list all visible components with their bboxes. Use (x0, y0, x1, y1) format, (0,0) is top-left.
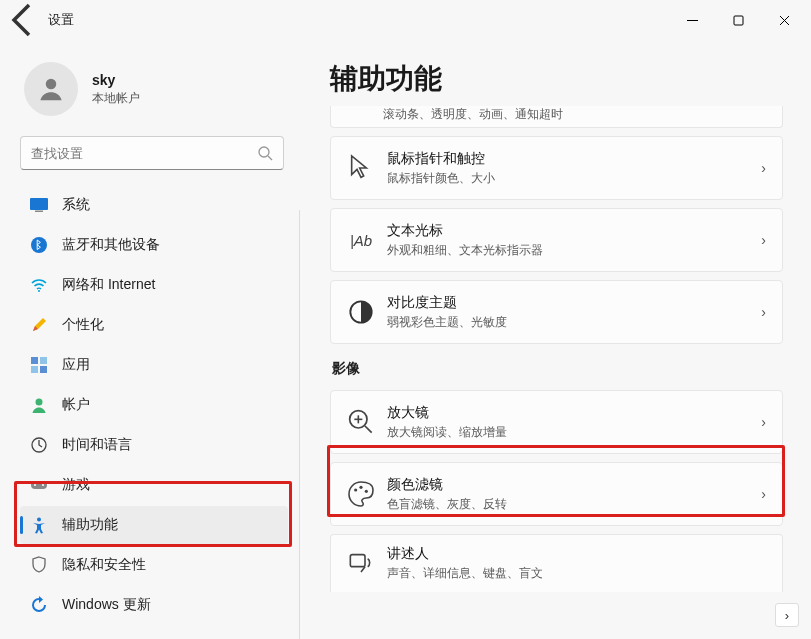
svg-rect-6 (35, 211, 43, 213)
back-button[interactable] (4, 0, 44, 40)
nav-label: 帐户 (62, 396, 90, 414)
card-color-filters[interactable]: 颜色滤镜 色盲滤镜、灰度、反转 › (330, 462, 783, 526)
brush-icon (30, 316, 48, 334)
titlebar: 设置 (0, 0, 811, 40)
user-icon (36, 74, 66, 104)
search-box[interactable] (20, 136, 284, 170)
svg-rect-10 (40, 357, 47, 364)
chevron-right-icon: › (761, 232, 766, 248)
svg-point-24 (354, 488, 357, 491)
text-cursor-icon: |Ab (345, 224, 377, 256)
card-magnifier[interactable]: 放大镜 放大镜阅读、缩放增量 › (330, 390, 783, 454)
bluetooth-icon (30, 236, 48, 254)
svg-point-2 (46, 79, 57, 90)
shield-icon (30, 556, 48, 574)
card-text-cursor[interactable]: |Ab 文本光标 外观和粗细、文本光标指示器 › (330, 208, 783, 272)
card-desc: 鼠标指针颜色、大小 (387, 170, 761, 187)
svg-rect-12 (40, 366, 47, 373)
mouse-pointer-icon (345, 152, 377, 184)
nav-label: 时间和语言 (62, 436, 132, 454)
nav-label: 游戏 (62, 476, 90, 494)
nav-item-personalization[interactable]: 个性化 (20, 306, 288, 344)
sidebar: sky 本地帐户 系统 蓝牙和其他设备 网络和 Internet (0, 40, 300, 639)
nav-item-windows-update[interactable]: Windows 更新 (20, 586, 288, 624)
chevron-right-icon: › (761, 486, 766, 502)
wifi-icon (30, 276, 48, 294)
system-icon (30, 196, 48, 214)
nav-label: 个性化 (62, 316, 104, 334)
nav-label: 网络和 Internet (62, 276, 155, 294)
chevron-right-icon: › (761, 160, 766, 176)
card-desc: 弱视彩色主题、光敏度 (387, 314, 761, 331)
minimize-button[interactable] (669, 4, 715, 36)
nav-label: 系统 (62, 196, 90, 214)
card-title: 文本光标 (387, 222, 761, 240)
svg-line-21 (365, 426, 372, 433)
maximize-button[interactable] (715, 4, 761, 36)
card-title: 鼠标指针和触控 (387, 150, 761, 168)
nav-label: 辅助功能 (62, 516, 118, 534)
card-mouse-pointer[interactable]: 鼠标指针和触控 鼠标指针颜色、大小 › (330, 136, 783, 200)
maximize-icon (733, 15, 744, 26)
svg-point-13 (36, 399, 43, 406)
svg-rect-1 (734, 16, 743, 25)
avatar (24, 62, 78, 116)
card-title: 放大镜 (387, 404, 761, 422)
svg-point-3 (259, 147, 269, 157)
accessibility-icon (30, 516, 48, 534)
search-input[interactable] (31, 146, 257, 161)
window-title: 设置 (48, 11, 74, 29)
nav-item-accessibility[interactable]: 辅助功能 (20, 506, 288, 544)
svg-point-18 (37, 518, 41, 522)
minimize-icon (687, 15, 698, 26)
chevron-right-icon: › (761, 414, 766, 430)
nav-list: 系统 蓝牙和其他设备 网络和 Internet 个性化 应用 帐户 (18, 186, 290, 624)
nav-label: Windows 更新 (62, 596, 151, 614)
account-icon (30, 396, 48, 414)
card-desc: 外观和粗细、文本光标指示器 (387, 242, 761, 259)
nav-item-network[interactable]: 网络和 Internet (20, 266, 288, 304)
arrow-left-icon (4, 0, 44, 40)
nav-item-privacy[interactable]: 隐私和安全性 (20, 546, 288, 584)
nav-item-time-language[interactable]: 时间和语言 (20, 426, 288, 464)
search-icon (257, 145, 273, 161)
section-label-vision: 影像 (332, 360, 783, 378)
svg-rect-11 (31, 366, 38, 373)
contrast-icon (345, 296, 377, 328)
svg-point-17 (42, 484, 44, 486)
scroll-indicator-button[interactable]: › (775, 603, 799, 627)
svg-line-4 (268, 156, 272, 160)
card-contrast-themes[interactable]: 对比度主题 弱视彩色主题、光敏度 › (330, 280, 783, 344)
update-icon (30, 596, 48, 614)
narrator-icon (345, 548, 377, 580)
nav-item-system[interactable]: 系统 (20, 186, 288, 224)
user-account-type: 本地帐户 (92, 90, 140, 107)
nav-label: 应用 (62, 356, 90, 374)
card-desc: 色盲滤镜、灰度、反转 (387, 496, 761, 513)
nav-item-bluetooth[interactable]: 蓝牙和其他设备 (20, 226, 288, 264)
nav-item-gaming[interactable]: 游戏 (20, 466, 288, 504)
clock-globe-icon (30, 436, 48, 454)
svg-point-8 (38, 290, 40, 292)
nav-item-accounts[interactable]: 帐户 (20, 386, 288, 424)
svg-point-26 (365, 490, 368, 493)
chevron-right-icon: › (761, 304, 766, 320)
card-narrator[interactable]: 讲述人 声音、详细信息、键盘、盲文 (330, 534, 783, 592)
nav-item-apps[interactable]: 应用 (20, 346, 288, 384)
svg-point-7 (31, 237, 47, 253)
user-profile[interactable]: sky 本地帐户 (18, 52, 290, 136)
card-visual-effects-partial[interactable]: 滚动条、透明度、动画、通知超时 (330, 106, 783, 128)
svg-rect-5 (30, 198, 48, 210)
svg-rect-9 (31, 357, 38, 364)
main-panel: 辅助功能 滚动条、透明度、动画、通知超时 鼠标指针和触控 鼠标指针颜色、大小 ›… (300, 40, 811, 639)
nav-label: 蓝牙和其他设备 (62, 236, 160, 254)
gamepad-icon (30, 476, 48, 494)
close-button[interactable] (761, 4, 807, 36)
nav-label: 隐私和安全性 (62, 556, 146, 574)
page-title: 辅助功能 (330, 60, 783, 98)
magnifier-plus-icon (345, 406, 377, 438)
card-desc: 滚动条、透明度、动画、通知超时 (383, 106, 563, 123)
card-title: 讲述人 (387, 545, 766, 563)
card-title: 颜色滤镜 (387, 476, 761, 494)
card-desc: 放大镜阅读、缩放增量 (387, 424, 761, 441)
